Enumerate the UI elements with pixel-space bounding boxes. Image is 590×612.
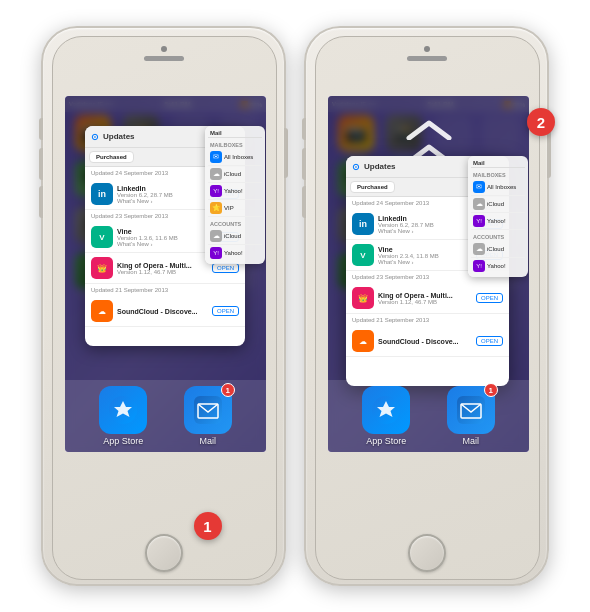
mailboxes-label-2: MAILBOXES (471, 170, 525, 179)
volume-down-1 (39, 186, 43, 218)
dock-2: App Store 1 Mail (328, 380, 529, 452)
step-2-badge: 2 (527, 108, 555, 136)
icloud-item: ☁ iCloud (208, 166, 262, 183)
updates-title-2: Updates (364, 162, 396, 171)
yahoo-acc-item: Y! Yahoo! (208, 245, 262, 261)
camera-dot-1 (161, 46, 167, 52)
all-inboxes-item: ✉ All Inboxes (208, 149, 262, 166)
yahoo-acc-label-2: Yahoo! (487, 263, 506, 269)
icloud-2: ☁ iCloud (471, 196, 525, 213)
volume-up-2 (302, 148, 306, 180)
yahoo-acc-icon-2: Y! (473, 260, 485, 272)
phone-top-2 (407, 46, 447, 61)
mailboxes-label: MAILBOXES (208, 140, 262, 149)
dock-1: App Store 1 Mail (65, 380, 266, 452)
appstore-icon-dock (99, 386, 147, 434)
yahoo-item-1: Y! Yahoo! (208, 183, 262, 200)
icloud-icon-2: ☁ (473, 198, 485, 210)
updates-title-1: Updates (103, 132, 135, 141)
mail-header-2: Mail (471, 159, 525, 168)
mail-badge-2: 1 (484, 383, 498, 397)
volume-up-1 (39, 148, 43, 180)
mail-icon-dock-1: 1 (184, 386, 232, 434)
icloud-acc-item: ☁ iCloud (208, 228, 262, 245)
phone-1: Vodafone IE ▪▪▪▪ 5:41 PM 📶 98% 📷 Photos … (41, 26, 286, 586)
all-inboxes-2: ✉ All Inboxes (471, 179, 525, 196)
dock-mail-1[interactable]: 1 Mail (184, 386, 232, 446)
chevron-up-icon-1 (403, 118, 455, 140)
phone-top-1 (144, 46, 184, 61)
soundcloud-item-2: ☁ SoundCloud - Discove... OPEN (346, 326, 509, 357)
dock-appstore-1[interactable]: App Store (99, 386, 147, 446)
date-2c: Updated 21 September 2013 (346, 314, 509, 326)
yahoo-acc-icon: Y! (210, 247, 222, 259)
linkedin-text: LinkedIn Version 6.2, 28.7 MB What's New… (117, 185, 208, 204)
yahoo-label-2: Yahoo! (487, 218, 506, 224)
icloud-acc-label: iCloud (224, 233, 241, 239)
appstore-label-1: App Store (103, 436, 143, 446)
yahoo-icon: Y! (210, 185, 222, 197)
volume-down-2 (302, 186, 306, 218)
yahoo-label-1: Yahoo! (224, 188, 243, 194)
screen-1: Vodafone IE ▪▪▪▪ 5:41 PM 📶 98% 📷 Photos … (65, 96, 266, 452)
all-inboxes-label-2: All Inboxes (487, 184, 516, 190)
soundcloud-item-1: ☁ SoundCloud - Discove... OPEN (85, 296, 245, 327)
scene: Vodafone IE ▪▪▪▪ 5:41 PM 📶 98% 📷 Photos … (31, 16, 559, 596)
camera-dot-2 (424, 46, 430, 52)
home-button-2[interactable] (408, 534, 446, 572)
step-1-badge: 1 (194, 512, 222, 540)
mail-header-1: Mail (208, 129, 262, 138)
yahoo-2: Y! Yahoo! (471, 213, 525, 230)
yahoo-icon-2: Y! (473, 215, 485, 227)
king-icon: 👑 (91, 257, 113, 279)
soundcloud-open-2[interactable]: OPEN (476, 336, 503, 346)
dock-mail-2[interactable]: 1 Mail (447, 386, 495, 446)
power-button-2 (547, 128, 551, 178)
appstore-svg (109, 396, 137, 424)
inbox-icon: ✉ (210, 151, 222, 163)
accounts-label-2: ACCOUNTS (471, 232, 525, 241)
mute-button-2 (302, 118, 306, 140)
screen-2: Vodafone IE ▪▪▪▪ 5:41 PM 📶 98% 📷 Photos … (328, 96, 529, 452)
mail-svg-2 (457, 396, 485, 424)
appstore-icon-dock-2 (362, 386, 410, 434)
dock-appstore-2[interactable]: App Store (362, 386, 410, 446)
appstore-label-2: App Store (366, 436, 406, 446)
mail-svg-1 (194, 396, 222, 424)
home-button-1[interactable] (145, 534, 183, 572)
vine-icon-2: V (352, 244, 374, 266)
soundcloud-icon-2: ☁ (352, 330, 374, 352)
speaker-bar-2 (407, 56, 447, 61)
appstore-svg-2 (372, 396, 400, 424)
icloud-label-2: iCloud (487, 201, 504, 207)
phone-2: Vodafone IE ▪▪▪▪ 5:41 PM 📶 98% 📷 Photos … (304, 26, 549, 586)
king-open-2[interactable]: OPEN (476, 293, 503, 303)
vine-icon: V (91, 226, 113, 248)
linkedin-icon: in (91, 183, 113, 205)
king-open-btn[interactable]: OPEN (212, 263, 239, 273)
vip-label: VIP (224, 205, 234, 211)
mail-label-2: Mail (462, 436, 479, 446)
king-text: King of Opera - Multi... Version 1.12, 4… (117, 262, 208, 275)
purchased-tab[interactable]: Purchased (89, 151, 134, 163)
mail-sidebar-2: Mail MAILBOXES ✉ All Inboxes ☁ iCloud Y!… (468, 156, 528, 277)
all-inboxes-label: All Inboxes (224, 154, 253, 160)
icloud-acc-2: ☁ iCloud (471, 241, 525, 258)
yahoo-acc-2: Y! Yahoo! (471, 258, 525, 274)
accounts-label-1: ACCOUNTS (208, 219, 262, 228)
mail-badge-1: 1 (221, 383, 235, 397)
king-icon-2: 👑 (352, 287, 374, 309)
icloud-acc-label-2: iCloud (487, 246, 504, 252)
mail-icon-dock-2: 1 (447, 386, 495, 434)
mail-label-1: Mail (199, 436, 216, 446)
icloud-label: iCloud (224, 171, 241, 177)
purchased-tab-2[interactable]: Purchased (350, 181, 395, 193)
date-header-3: Updated 21 September 2013 (85, 284, 245, 296)
linkedin-icon-2: in (352, 213, 374, 235)
vip-item: ⭐ VIP (208, 200, 262, 217)
inbox-icon-2: ✉ (473, 181, 485, 193)
yahoo-acc-label: Yahoo! (224, 250, 243, 256)
speaker-bar-1 (144, 56, 184, 61)
soundcloud-open-btn[interactable]: OPEN (212, 306, 239, 316)
icloud-icon: ☁ (210, 168, 222, 180)
